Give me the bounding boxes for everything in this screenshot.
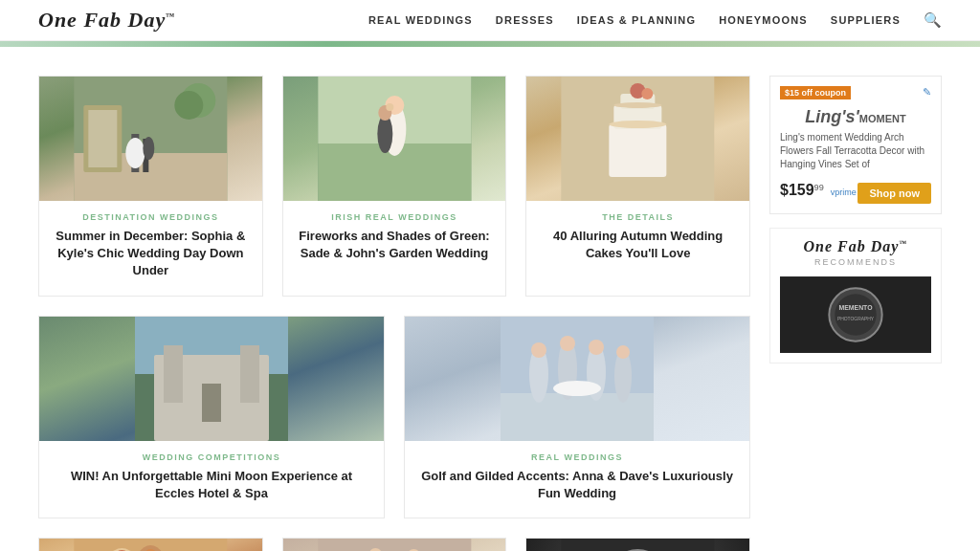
recommends-image: MEMENTO PHOTOGRAPHY	[780, 276, 931, 353]
nav-ideas-planning[interactable]: IDEAS & PLANNING	[577, 14, 696, 26]
svg-rect-3	[88, 110, 117, 167]
ad-brand-name: Ling's'MOMENT	[780, 107, 931, 127]
card-title-irish: Fireworks and Shades of Green: Sade & Jo…	[297, 228, 493, 262]
scene-bridesmaids	[405, 317, 749, 441]
card-image-golf-gilded	[405, 317, 749, 441]
ad-price: $15999 vprime	[780, 182, 857, 199]
svg-point-8	[125, 138, 145, 168]
card-irish-wedding[interactable]: IRISH REAL WEDDINGS Fireworks and Shades…	[282, 76, 507, 297]
card-title-competition: WIN! An Unforgettable Mini Moon Experien…	[53, 468, 370, 502]
articles-section: DESTINATION WEDDINGS Summer in December:…	[38, 76, 750, 551]
card-title-destination: Summer in December: Sophia & Kyle's Chic…	[53, 228, 249, 280]
partial-card-1[interactable]	[38, 538, 263, 551]
nav-dresses[interactable]: DRESSES	[496, 14, 554, 26]
card-category-irish: IRISH REAL WEDDINGS	[297, 212, 493, 222]
card-body-competition: WEDDING COMPETITIONS WIN! An Unforgettab…	[39, 441, 384, 518]
sidebar: $15 off coupon ✎ Ling's'MOMENT Ling's mo…	[769, 76, 942, 551]
sidebar-logo: One Fab Day™	[780, 238, 931, 255]
svg-text:MEMENTO: MEMENTO	[838, 304, 873, 311]
svg-rect-32	[202, 384, 221, 422]
svg-point-24	[610, 121, 667, 128]
svg-point-42	[616, 345, 630, 359]
svg-point-38	[560, 336, 575, 351]
card-golf-gilded[interactable]: REAL WEDDINGS Golf and Gilded Accents: A…	[404, 316, 750, 518]
svg-point-9	[143, 137, 154, 160]
ad-coupon-badge: $15 off coupon	[780, 86, 851, 99]
svg-point-25	[614, 102, 662, 108]
sidebar-recommends-label: RECOMMENDS	[780, 257, 931, 267]
scene-flowers	[39, 539, 262, 551]
recommends-section: One Fab Day™ RECOMMENDS MEMENTO PHOTOGRA…	[769, 228, 942, 364]
card-image-destination	[39, 77, 262, 201]
card-body-golf-gilded: REAL WEDDINGS Golf and Gilded Accents: A…	[405, 441, 749, 518]
svg-rect-31	[240, 345, 259, 403]
svg-rect-30	[164, 345, 183, 403]
partial-image-2	[283, 539, 506, 551]
card-body-destination: DESTINATION WEDDINGS Summer in December:…	[39, 201, 262, 296]
scene-castle	[39, 317, 384, 441]
svg-text:PHOTOGRAPHY: PHOTOGRAPHY	[837, 317, 875, 321]
svg-point-40	[589, 340, 604, 355]
card-image-competition	[39, 317, 384, 441]
partial-card-3[interactable]: MEMENTO PHOTOGRAPHY	[525, 538, 750, 551]
svg-point-36	[531, 342, 546, 358]
svg-rect-19	[610, 124, 667, 177]
svg-point-23	[642, 88, 654, 99]
card-cakes[interactable]: THE DETAILS 40 Alluring Autumn Wedding C…	[525, 76, 750, 297]
articles-row-1: DESTINATION WEDDINGS Summer in December:…	[38, 76, 750, 297]
ad-shop-button[interactable]: Shop now	[858, 183, 931, 204]
scene-kiss	[283, 77, 506, 201]
card-category-golf-gilded: REAL WEDDINGS	[418, 452, 736, 462]
svg-point-65	[835, 294, 876, 335]
advertisement: $15 off coupon ✎ Ling's'MOMENT Ling's mo…	[769, 76, 942, 214]
scene-wedding-group	[283, 539, 506, 551]
card-competition[interactable]: WEDDING COMPETITIONS WIN! An Unforgettab…	[38, 316, 385, 518]
card-image-cakes	[526, 77, 749, 201]
ad-icon: ✎	[923, 86, 931, 99]
svg-point-43	[553, 381, 601, 396]
main-nav: REAL WEDDINGS DRESSES IDEAS & PLANNING H…	[368, 11, 942, 29]
nav-suppliers[interactable]: SUPPLIERS	[831, 14, 901, 26]
svg-rect-34	[501, 393, 654, 441]
card-body-cakes: THE DETAILS 40 Alluring Autumn Wedding C…	[526, 201, 749, 296]
svg-point-17	[386, 103, 393, 111]
card-destination-wedding[interactable]: DESTINATION WEDDINGS Summer in December:…	[38, 76, 263, 297]
scene-outdoor-wedding	[39, 77, 262, 201]
card-title-cakes: 40 Alluring Autumn Wedding Cakes You'll …	[540, 228, 736, 262]
svg-rect-50	[318, 539, 471, 551]
articles-row-3: MEMENTO PHOTOGRAPHY	[38, 538, 750, 551]
partial-image-3: MEMENTO PHOTOGRAPHY	[526, 539, 749, 551]
partial-image-1	[39, 539, 262, 551]
scene-cake	[526, 77, 749, 201]
nav-honeymoons[interactable]: HONEYMOONS	[719, 14, 808, 26]
card-category-cakes: THE DETAILS	[540, 212, 736, 222]
site-header: One Fab Day™ REAL WEDDINGS DRESSES IDEAS…	[0, 0, 980, 41]
site-logo[interactable]: One Fab Day™	[38, 8, 175, 33]
articles-row-2: WEDDING COMPETITIONS WIN! An Unforgettab…	[38, 316, 750, 518]
nav-real-weddings[interactable]: REAL WEDDINGS	[368, 14, 473, 26]
svg-point-5	[174, 91, 203, 120]
card-image-irish	[283, 77, 506, 201]
main-content: DESTINATION WEDDINGS Summer in December:…	[0, 47, 980, 551]
ad-price-row: $15999 vprime Shop now	[780, 177, 931, 204]
search-icon[interactable]: 🔍	[924, 11, 942, 29]
card-title-golf-gilded: Golf and Gilded Accents: Anna & Dave's L…	[418, 468, 736, 502]
ad-description: Ling's moment Wedding Arch Flowers Fall …	[780, 131, 931, 171]
scene-memento: MEMENTO PHOTOGRAPHY	[526, 539, 749, 551]
card-body-irish: IRISH REAL WEDDINGS Fireworks and Shades…	[283, 201, 506, 296]
card-category-destination: DESTINATION WEDDINGS	[53, 212, 249, 222]
sidebar-recommendation-thumb[interactable]: MEMENTO PHOTOGRAPHY	[780, 276, 931, 353]
card-category-competition: WEDDING COMPETITIONS	[53, 452, 370, 462]
partial-card-2[interactable]	[282, 538, 507, 551]
